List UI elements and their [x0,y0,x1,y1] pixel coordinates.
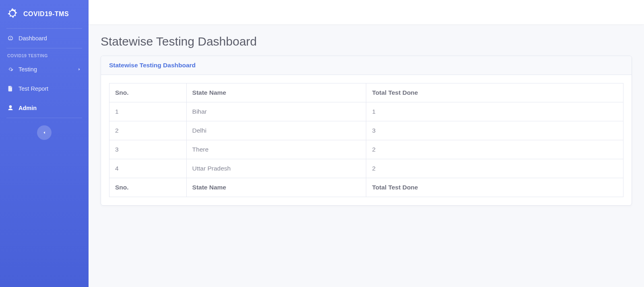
cell-total: 1 [366,102,623,121]
brand[interactable]: COVID19-TMS [0,0,89,28]
brand-text: COVID19-TMS [23,10,69,18]
cell-sno: 4 [109,159,187,178]
sidebar-item-label: Testing [19,66,37,73]
table-row: 3 There 2 [109,140,623,159]
content: Statewise Testing Dashboard Statewise Te… [89,24,644,287]
chevron-left-icon [42,129,46,136]
cell-sno: 3 [109,140,187,159]
table-footer-row: Sno. State Name Total Test Done [109,178,623,197]
chevron-right-icon [77,66,81,73]
col-state-footer: State Name [186,178,366,197]
sidebar-toggle-wrap [0,118,89,147]
col-total-footer: Total Test Done [366,178,623,197]
cell-state: Bihar [186,102,366,121]
col-sno-header: Sno. [109,83,187,102]
tachometer-icon [7,35,14,42]
card-body: Sno. State Name Total Test Done 1 Bihar … [101,75,632,205]
statewise-table: Sno. State Name Total Test Done 1 Bihar … [109,83,623,197]
cell-total: 3 [366,121,623,140]
sidebar-item-label: Dashboard [19,35,47,42]
cell-sno: 2 [109,121,187,140]
col-total-header: Total Test Done [366,83,623,102]
user-icon [7,105,14,111]
table-row: 1 Bihar 1 [109,102,623,121]
sidebar-item-test-report[interactable]: Test Report [0,79,89,98]
card-header: Statewise Testing Dashboard [101,56,632,75]
col-state-header: State Name [186,83,366,102]
main: Statewise Testing Dashboard Statewise Te… [89,0,644,287]
sidebar-collapse-button[interactable] [37,125,52,140]
file-icon [7,85,14,92]
sidebar-item-admin[interactable]: Admin [0,98,89,118]
table-row: 2 Delhi 3 [109,121,623,140]
sidebar-item-label: Test Report [19,85,48,92]
sidebar: COVID19-TMS Dashboard COVID19 TESTING Te… [0,0,89,287]
sidebar-item-dashboard[interactable]: Dashboard [0,29,89,48]
col-sno-footer: Sno. [109,178,187,197]
topbar [89,0,644,24]
card: Statewise Testing Dashboard Sno. State N… [101,56,632,206]
gear-icon [7,66,14,73]
sidebar-item-testing[interactable]: Testing [0,60,89,79]
cell-total: 2 [366,159,623,178]
cell-state: There [186,140,366,159]
cell-sno: 1 [109,102,187,121]
cell-state: Uttar Pradesh [186,159,366,178]
page-title: Statewise Testing Dashboard [101,35,632,48]
table-row: 4 Uttar Pradesh 2 [109,159,623,178]
card-title: Statewise Testing Dashboard [109,62,196,69]
table-header-row: Sno. State Name Total Test Done [109,83,623,102]
cell-state: Delhi [186,121,366,140]
cell-total: 2 [366,140,623,159]
sidebar-heading: COVID19 TESTING [0,48,89,60]
sidebar-item-label: Admin [19,105,37,111]
virus-icon [6,7,19,21]
